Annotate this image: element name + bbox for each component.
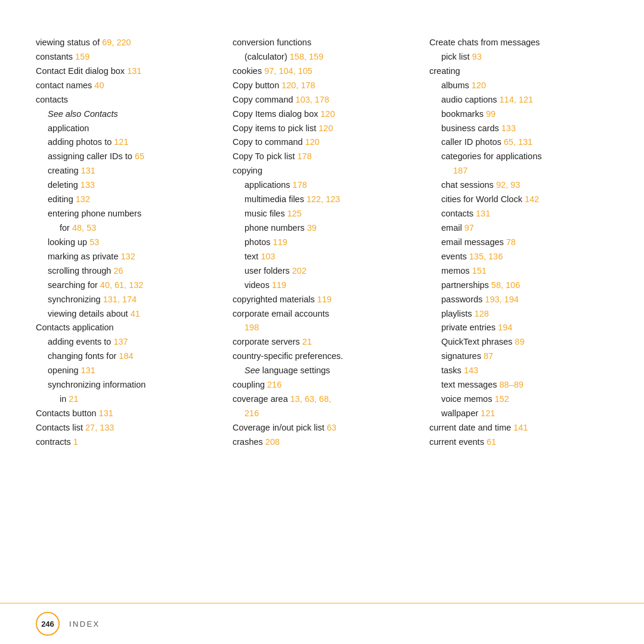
list-item: Copy button 120, 178	[233, 79, 411, 93]
page-ref: 41	[131, 309, 140, 318]
entry-text: partnerships	[441, 280, 491, 290]
entry-text: email	[441, 223, 465, 233]
page-ref: 131, 174	[103, 295, 137, 304]
page-ref: 141	[513, 423, 528, 432]
list-item: viewing status of 69, 220	[36, 36, 215, 50]
page-ref: 121	[481, 408, 495, 418]
list-item: 198	[233, 321, 411, 335]
entry-text: copyrighted materials	[233, 295, 317, 304]
entry-text: constants	[36, 52, 75, 61]
page-ref: 120	[305, 137, 320, 147]
list-item: Copy to command 120	[233, 135, 411, 150]
page-ref: 48, 53	[72, 223, 96, 233]
entry-text: Contact Edit dialog box	[36, 66, 127, 76]
page-ref: 125	[287, 209, 302, 218]
entry-text: conversion functions	[233, 38, 311, 47]
page-ref: 119	[273, 237, 287, 247]
entry-text: memos	[441, 266, 472, 275]
page-ref: 120, 178	[281, 80, 315, 90]
page-ref: 61	[487, 437, 496, 447]
entry-text: videos	[244, 280, 272, 290]
list-item: phone numbers 39	[233, 221, 411, 236]
entry-text: Copy items to pick list	[233, 123, 318, 133]
page-ref: 216	[267, 380, 281, 389]
entry-text: phone numbers	[244, 223, 307, 233]
page-ref: 87	[484, 351, 493, 361]
entry-text: looking up	[48, 237, 89, 247]
page-ref: 65, 131	[504, 137, 532, 147]
list-item: cities for World Clock 142	[429, 193, 608, 207]
list-item: changing fonts for 184	[36, 349, 215, 364]
list-item: bookmarks 99	[429, 107, 608, 122]
page-ref: 119	[272, 280, 286, 290]
entry-text: contracts	[36, 437, 73, 447]
entry-text: Copy To pick list	[233, 151, 298, 161]
page-ref: 21	[69, 394, 78, 404]
list-item: copyrighted materials 119	[233, 293, 411, 307]
entry-text: Copy button	[233, 80, 281, 90]
entry-text: assigning caller IDs to	[48, 151, 135, 161]
page-ref: 63	[327, 423, 336, 432]
entry-text: cookies	[233, 66, 264, 76]
list-item: contracts 1	[36, 435, 215, 450]
page-ref: 40	[94, 80, 104, 90]
content-area: viewing status of 69, 220constants 159Co…	[36, 36, 608, 572]
entry-text: bookmarks	[441, 109, 486, 119]
list-item: Contacts button 131	[36, 407, 215, 421]
page-ref: 131	[81, 166, 95, 175]
entry-text: synchronizing information	[48, 380, 145, 389]
page-ref: 120	[318, 123, 333, 133]
list-item: Copy command 103, 178	[233, 93, 411, 107]
entry-text: text messages	[441, 380, 500, 389]
entry-text: coupling	[233, 380, 267, 389]
list-item: deleting 133	[36, 178, 215, 193]
list-item: crashes 208	[233, 435, 411, 450]
entry-text: (calculator)	[244, 52, 290, 61]
entry-text: creating	[429, 66, 460, 76]
list-item: wallpaper 121	[429, 407, 608, 421]
page-ref: 120	[321, 109, 335, 119]
column-3: Create chats from messagespick list 93cr…	[429, 36, 608, 572]
list-item: text messages 88–89	[429, 378, 608, 392]
list-item: 187	[429, 164, 608, 178]
entry-text: albums	[441, 80, 472, 90]
list-item: email messages 78	[429, 236, 608, 250]
page-ref: 194	[498, 323, 512, 332]
list-item: editing 132	[36, 193, 215, 207]
list-item: synchronizing information	[36, 378, 215, 392]
entry-text: Copy Items dialog box	[233, 109, 321, 119]
entry-text: playlists	[441, 309, 475, 318]
list-item: business cards 133	[429, 122, 608, 136]
entry-text: contacts	[441, 209, 476, 218]
list-item: application	[36, 122, 215, 136]
list-item: for 48, 53	[36, 221, 215, 236]
page-ref: 143	[464, 366, 478, 375]
entry-text: caller ID photos	[441, 137, 504, 147]
page-ref: 69, 220	[102, 38, 131, 47]
page-ref: 131	[476, 209, 490, 218]
footer: 246 INDEX	[0, 603, 644, 644]
entry-text: audio captions	[441, 95, 500, 104]
page-ref: 187	[453, 166, 467, 175]
entry-text: adding photos to	[48, 137, 114, 147]
page-ref: 78	[506, 237, 516, 247]
page: viewing status of 69, 220constants 159Co…	[0, 0, 644, 644]
entry-text: country-specific preferences.	[233, 351, 343, 361]
entry-text: viewing status of	[36, 38, 102, 47]
entry-text: searching for	[48, 280, 100, 290]
list-item: adding photos to 121	[36, 135, 215, 150]
list-item: categories for applications	[429, 150, 608, 164]
list-item: constants 159	[36, 50, 215, 64]
page-ref: 131	[99, 408, 113, 418]
entry-text: events	[441, 252, 469, 261]
entry-text: scrolling through	[48, 266, 113, 275]
list-item: memos 151	[429, 264, 608, 278]
list-item: current events 61	[429, 435, 608, 450]
list-item: Coverage in/out pick list 63	[233, 421, 411, 435]
page-ref: 97	[465, 223, 474, 233]
entry-text: current date and time	[429, 423, 513, 432]
entry-text: pick list	[441, 52, 472, 61]
list-item: contacts 131	[429, 207, 608, 221]
page-ref: 133	[80, 180, 95, 190]
page-ref: 120	[472, 80, 486, 90]
